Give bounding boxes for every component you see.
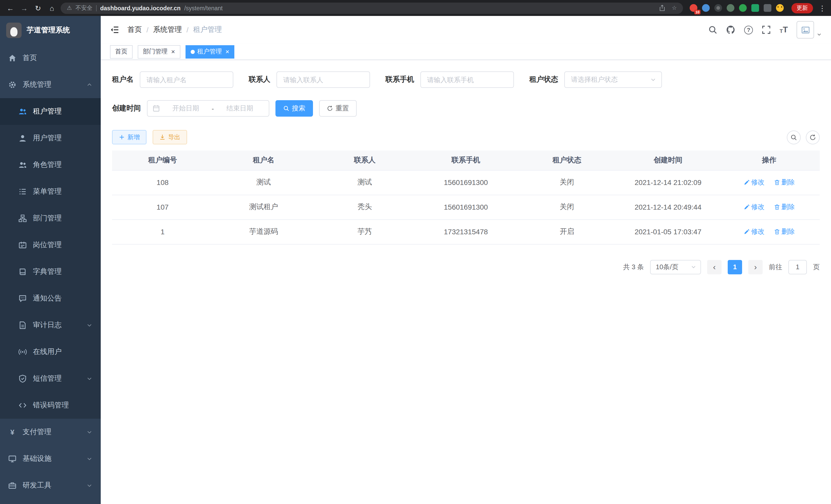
help-icon[interactable]: ?: [744, 25, 753, 34]
sidebar-fold-icon[interactable]: [110, 25, 119, 34]
profile-avatar-icon[interactable]: [776, 4, 784, 12]
yen-icon: ¥: [8, 428, 17, 436]
sidebar-item-online-users[interactable]: 在线用户: [0, 338, 101, 365]
user-avatar[interactable]: [797, 21, 822, 38]
tab-tenant-active[interactable]: 租户管理 ×: [185, 45, 234, 58]
edit-button[interactable]: 修改: [743, 227, 765, 236]
sidebar-item-tenant[interactable]: 租户管理: [0, 98, 101, 125]
col-actions: 操作: [718, 151, 820, 170]
export-button[interactable]: 导出: [153, 130, 187, 144]
cell-tenant-name: 测试租户: [213, 195, 314, 219]
browser-menu-icon[interactable]: ⋮: [819, 4, 826, 12]
contact-input[interactable]: [277, 71, 370, 88]
page-content: 租户名 联系人 联系手机 租户状态 请选择租户状态: [101, 60, 831, 504]
cell-actions: 修改 删除: [718, 219, 820, 244]
sidebar-item-error-code[interactable]: 错误码管理: [0, 392, 101, 419]
edit-label: 修改: [751, 227, 765, 236]
sidebar-item-sms[interactable]: 短信管理: [0, 365, 101, 392]
trash-icon: [774, 204, 780, 210]
tab-label: 部门管理: [143, 47, 168, 56]
fullscreen-icon[interactable]: [762, 25, 771, 34]
url-path: /system/tenant: [184, 5, 223, 11]
add-button[interactable]: 新增: [112, 130, 146, 144]
extension-icon-3[interactable]: [714, 4, 722, 12]
plus-icon: [119, 134, 125, 140]
sidebar-item-menu[interactable]: 菜单管理: [0, 178, 101, 205]
font-size-icon[interactable]: TT: [780, 26, 788, 34]
goto-page-input[interactable]: [789, 260, 807, 274]
sidebar-item-dict[interactable]: 字典管理: [0, 259, 101, 285]
search-icon: [791, 134, 797, 141]
phone-input[interactable]: [420, 71, 514, 88]
url-domain[interactable]: dashboard.yudao.iocoder.cn: [100, 5, 181, 11]
page-1-button[interactable]: 1: [728, 260, 742, 274]
col-created: 创建时间: [618, 151, 718, 170]
sidebar-item-role[interactable]: 角色管理: [0, 152, 101, 178]
prev-page-button[interactable]: ‹: [707, 260, 721, 274]
delete-button[interactable]: 删除: [774, 178, 795, 187]
date-range-picker[interactable]: 开始日期 - 结束日期: [147, 100, 269, 117]
edit-icon: [743, 204, 749, 210]
extension-icon-2[interactable]: [702, 4, 710, 12]
delete-button[interactable]: 删除: [774, 202, 795, 212]
delete-label: 删除: [781, 202, 795, 212]
reset-button[interactable]: 重置: [319, 100, 357, 117]
tenant-name-input[interactable]: [140, 71, 233, 88]
browser-forward-icon[interactable]: →: [19, 4, 29, 11]
cell-status: 开启: [516, 219, 618, 244]
extension-icon-5[interactable]: [739, 4, 747, 12]
cell-actions: 修改 删除: [718, 170, 820, 195]
sidebar-item-notice[interactable]: 通知公告: [0, 285, 101, 312]
extension-icon-1[interactable]: 10: [690, 4, 697, 12]
breadcrumb-system[interactable]: 系统管理: [153, 25, 182, 34]
show-search-toggle-button[interactable]: [787, 130, 801, 144]
sidebar-item-dev-tools[interactable]: 研发工具: [0, 472, 101, 499]
sidebar-item-payment[interactable]: ¥ 支付管理: [0, 419, 101, 445]
page-size-select[interactable]: 10条/页: [650, 260, 701, 274]
extension-icon-3-inner: [716, 6, 720, 10]
browser-update-button[interactable]: 更新: [792, 3, 813, 13]
sidebar-item-infra[interactable]: 基础设施: [0, 445, 101, 472]
monitor-icon: [8, 455, 17, 463]
share-icon[interactable]: [659, 5, 665, 11]
status-select[interactable]: 请选择租户状态: [564, 71, 662, 88]
search-icon[interactable]: [708, 25, 717, 34]
delete-label: 删除: [781, 227, 795, 236]
breadcrumb: 首页 / 系统管理 / 租户管理: [127, 25, 222, 34]
sidebar-item-dept[interactable]: 部门管理: [0, 205, 101, 232]
breadcrumb-home[interactable]: 首页: [127, 25, 142, 34]
browser-reload-icon[interactable]: ↻: [33, 4, 43, 11]
phone-label: 联系手机: [385, 75, 420, 84]
sidebar-item-post[interactable]: 岗位管理: [0, 232, 101, 259]
sidebar-item-home[interactable]: 首页: [0, 45, 101, 71]
security-label[interactable]: 不安全: [76, 4, 92, 12]
sidebar-item-user[interactable]: 用户管理: [0, 125, 101, 152]
sidebar-item-audit-log[interactable]: 审计日志: [0, 312, 101, 338]
extension-icon-6[interactable]: [751, 4, 759, 12]
cell-contact: 秃头: [314, 195, 415, 219]
filter-create-time: 创建时间 开始日期 - 结束日期: [112, 100, 269, 117]
address-bar[interactable]: ⚠ 不安全 dashboard.yudao.iocoder.cn /system…: [61, 2, 683, 13]
extension-icon-4[interactable]: [727, 4, 735, 12]
next-page-button[interactable]: ›: [748, 260, 763, 274]
search-button[interactable]: 搜索: [276, 100, 313, 117]
delete-button[interactable]: 删除: [774, 227, 795, 236]
close-icon[interactable]: ×: [225, 48, 229, 55]
extensions-puzzle-icon[interactable]: [764, 4, 771, 12]
cell-contact: 测试: [314, 170, 415, 195]
browser-back-icon[interactable]: ←: [5, 4, 16, 11]
sidebar-item-system[interactable]: 系统管理: [0, 71, 101, 98]
browser-home-icon[interactable]: ⌂: [47, 4, 57, 11]
tab-dept[interactable]: 部门管理 ×: [138, 45, 180, 58]
app-logo[interactable]: 芋道管理系统: [0, 16, 101, 45]
tab-home[interactable]: 首页: [110, 45, 133, 58]
bookmark-star-icon[interactable]: ☆: [672, 5, 677, 11]
tabs-bar: 首页 部门管理 × 租户管理 ×: [101, 44, 831, 60]
table-row: 108 测试 测试 15601691300 关闭 2021-12-14 21:0…: [112, 170, 820, 195]
edit-button[interactable]: 修改: [743, 178, 765, 187]
refresh-table-button[interactable]: [806, 130, 820, 144]
close-icon[interactable]: ×: [171, 48, 175, 55]
col-contact: 联系人: [314, 151, 415, 170]
github-icon[interactable]: [726, 25, 736, 34]
edit-button[interactable]: 修改: [743, 202, 765, 212]
